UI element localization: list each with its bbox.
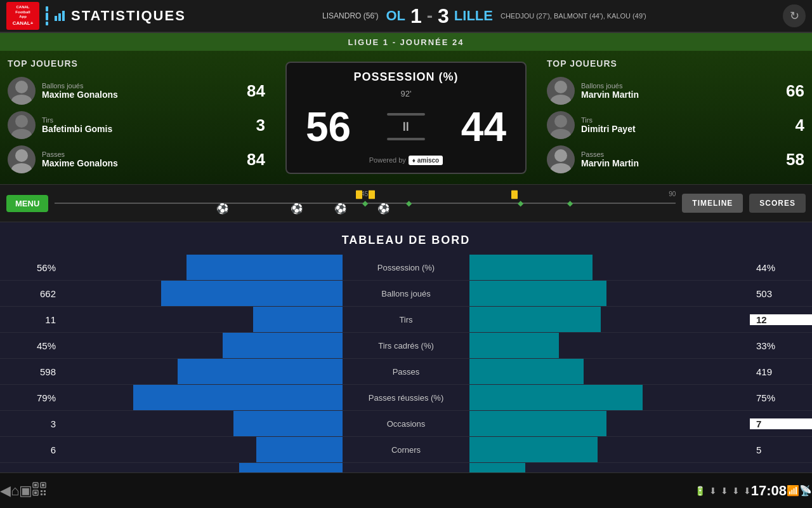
- scorers-right: CHEDJOU (27'), BALMONT (44'), KALOU (49'…: [501, 12, 646, 20]
- bar-fill-left: [178, 359, 343, 384]
- stat-label: Possession (%): [343, 263, 469, 272]
- stat-right-val: 33%: [750, 340, 812, 351]
- stat-bar-right: [469, 437, 750, 462]
- bar-fill-left: [233, 411, 343, 436]
- timeline-label-90: 90: [669, 190, 676, 197]
- player-row: Tirs Dimitri Payet 4: [539, 108, 812, 142]
- team-right: LILLE: [454, 8, 493, 24]
- stat-row: 45% Tirs cadrés (%) 33%: [0, 333, 812, 359]
- bar-fill-right: [469, 255, 593, 280]
- powered-by: Powered by ♦ amisco: [299, 156, 513, 165]
- refresh-button[interactable]: ↻: [783, 4, 806, 27]
- svg-rect-17: [511, 190, 518, 199]
- svg-rect-0: [55, 16, 57, 21]
- timeline-card-3: [511, 190, 518, 201]
- timeline-sub-3: ◆: [518, 199, 523, 208]
- bar-fill-right: [469, 307, 601, 332]
- scores-button[interactable]: SCORES: [749, 194, 806, 213]
- bar-fill-left: [187, 255, 343, 280]
- player-avatar-r3: [547, 145, 575, 173]
- stat-bar-right: [469, 359, 750, 384]
- stat-left-val: 56%: [0, 262, 62, 273]
- timeline-card-2: [369, 190, 375, 201]
- stat-bar-right: [469, 281, 750, 306]
- stat-label: Tirs cadrés (%): [343, 341, 469, 351]
- bar-fill-left: [133, 385, 343, 410]
- svg-rect-1: [58, 13, 61, 21]
- bar-fill-right: [469, 333, 559, 358]
- stat-right-val: 75%: [750, 392, 812, 403]
- svg-rect-23: [34, 491, 37, 494]
- stat-left-val: 662: [0, 288, 62, 299]
- player-info-r3: Passes Marvin Martin: [581, 150, 780, 168]
- bar-fill-right: [469, 359, 584, 384]
- stat-bar-left: [62, 385, 343, 410]
- stat-bar-left: [62, 333, 343, 358]
- possession-right: 44: [461, 104, 506, 150]
- timeline-card-1: [356, 190, 362, 201]
- stat-label: Centres dans le jeu: [343, 471, 469, 473]
- stat-bar-right: [469, 333, 750, 358]
- score-left: 1: [410, 4, 422, 28]
- tableau-section: TABLEAU DE BORD 56% Possession (%) 44% 6…: [0, 222, 812, 472]
- stat-bar-right: [469, 463, 750, 472]
- menu-button[interactable]: MENU: [6, 195, 48, 212]
- download-icon-3: ⬇: [732, 486, 740, 496]
- timeline-event-2: ⚽: [291, 203, 303, 215]
- svg-rect-16: [369, 190, 375, 199]
- player-info-3: Passes Maxime Gonalons: [42, 150, 240, 168]
- right-section-title: TOP JOUEURS: [539, 56, 812, 74]
- score-section: LISANDRO (56') OL 1 - 3 LILLE CHEDJOU (2…: [186, 4, 783, 28]
- stat-row: 3 Occasions 7: [0, 411, 812, 437]
- svg-point-11: [554, 115, 567, 128]
- svg-point-6: [11, 129, 32, 139]
- tableau-title: TABLEAU DE BORD: [0, 229, 812, 255]
- stat-bar-left: [62, 463, 343, 472]
- stat-bar-left: [62, 359, 343, 384]
- timeline-event-1: ⚽: [216, 203, 229, 215]
- timeline-button[interactable]: TIMELINE: [682, 194, 743, 213]
- timeline-sub-2: ◆: [406, 199, 412, 208]
- bar-fill-right: [469, 437, 598, 462]
- qr-icon[interactable]: [32, 482, 46, 500]
- back-icon[interactable]: ◀: [0, 483, 11, 499]
- svg-rect-27: [44, 493, 46, 495]
- svg-point-13: [554, 149, 567, 162]
- wifi-icon: 📶: [787, 485, 799, 497]
- home-icon[interactable]: ⌂: [11, 483, 19, 499]
- recents-icon[interactable]: ▣: [19, 483, 32, 499]
- right-players: TOP JOUEURS Ballons joués Marvin Martin …: [539, 51, 812, 184]
- poss-controls: ⏸: [387, 113, 425, 140]
- svg-rect-15: [356, 190, 362, 199]
- bar-chart-icon: [53, 10, 66, 22]
- stat-label: Tirs: [343, 315, 469, 324]
- stat-bar-right: [469, 411, 750, 436]
- download-icon: ⬇: [709, 486, 717, 496]
- player-row: Ballons joués Marvin Martin 66: [539, 74, 812, 108]
- battery-icon: 🔋: [695, 486, 705, 496]
- svg-point-9: [554, 81, 567, 93]
- player-info-r2: Tirs Dimitri Payet: [581, 116, 789, 134]
- svg-rect-24: [41, 490, 43, 492]
- stat-left-val: 3: [0, 418, 62, 429]
- stat-bar-right: [469, 385, 750, 410]
- stat-left-val: 45%: [0, 340, 62, 351]
- stat-label: Corners: [343, 445, 469, 455]
- pause-icon[interactable]: ⏸: [400, 119, 412, 134]
- stat-right-val: 12: [750, 314, 812, 325]
- player-info-2: Tirs Bafetimbi Gomis: [42, 116, 250, 134]
- stat-bar-left: [62, 437, 343, 462]
- svg-point-14: [551, 163, 571, 173]
- team-left: OL: [386, 8, 405, 24]
- player-avatar-2: [8, 111, 36, 139]
- stat-row: 6 Corners 5: [0, 437, 812, 463]
- stat-row: 56% Possession (%) 44%: [0, 255, 812, 281]
- possession-box: POSSESSION (%) 92' 56 ⏸ 44 Powered by ♦ …: [285, 62, 527, 174]
- bar-fill-left: [239, 463, 343, 472]
- stat-row: 14 Centres dans le jeu 4: [0, 463, 812, 472]
- score-main: OL 1 - 3 LILLE: [386, 4, 493, 28]
- stat-right-val: 4: [750, 471, 812, 473]
- bar-fill-left: [161, 281, 343, 306]
- stat-right-val: 7: [750, 418, 812, 429]
- svg-point-7: [15, 149, 28, 162]
